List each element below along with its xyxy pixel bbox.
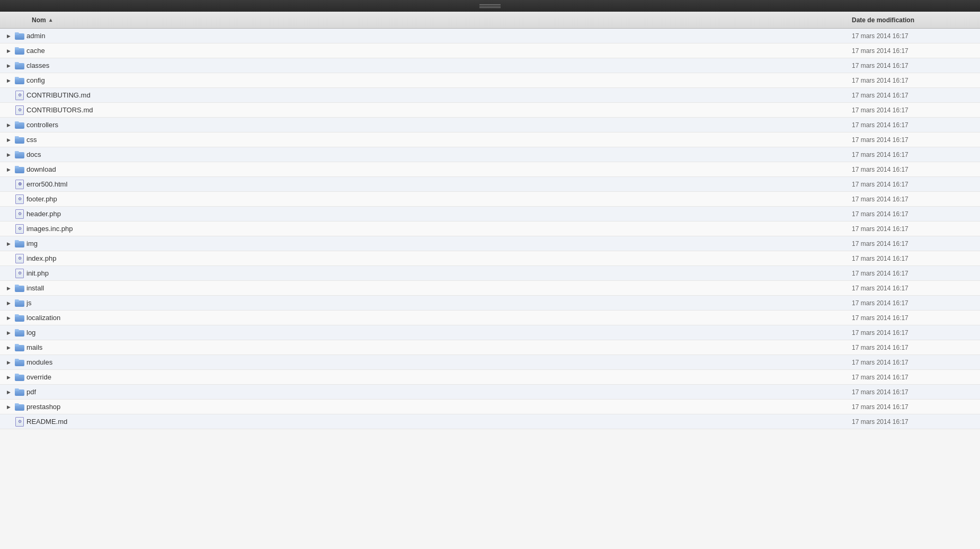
- expand-arrow[interactable]: ▶: [4, 136, 13, 144]
- file-date: 17 mars 2014 16:17: [848, 77, 980, 84]
- expand-arrow[interactable]: ▶: [4, 299, 13, 307]
- column-header: Nom ▲ Date de modification: [0, 12, 980, 29]
- expand-arrow[interactable]: ▶: [4, 403, 13, 411]
- folder-icon: [15, 76, 24, 85]
- file-date: 17 mars 2014 16:17: [848, 299, 980, 307]
- table-row[interactable]: ▶prestashop17 mars 2014 16:17: [0, 400, 980, 414]
- table-row[interactable]: ▶⚙images.inc.php17 mars 2014 16:17: [0, 222, 980, 236]
- md-icon: ⚙: [15, 417, 24, 427]
- folder-icon: [15, 284, 24, 293]
- file-date: 17 mars 2014 16:17: [848, 374, 980, 381]
- table-row[interactable]: ▶log17 mars 2014 16:17: [0, 325, 980, 340]
- expand-arrow[interactable]: ▶: [4, 388, 13, 396]
- table-row[interactable]: ▶download17 mars 2014 16:17: [0, 162, 980, 177]
- row-name-section: ▶modules: [0, 358, 848, 367]
- row-name-section: ▶⚙CONTRIBUTORS.md: [0, 105, 848, 115]
- table-row[interactable]: ▶⚙init.php17 mars 2014 16:17: [0, 266, 980, 281]
- file-date: 17 mars 2014 16:17: [848, 136, 980, 144]
- file-date: 17 mars 2014 16:17: [848, 196, 980, 203]
- row-name-section: ▶⚙images.inc.php: [0, 224, 848, 234]
- file-browser[interactable]: Nom ▲ Date de modification ▶admin17 mars…: [0, 12, 980, 549]
- table-row[interactable]: ▶⚙CONTRIBUTORS.md17 mars 2014 16:17: [0, 103, 980, 118]
- file-date: 17 mars 2014 16:17: [848, 92, 980, 99]
- expand-arrow[interactable]: ▶: [4, 358, 13, 367]
- html-icon: ⚙: [15, 180, 24, 189]
- table-row[interactable]: ▶img17 mars 2014 16:17: [0, 236, 980, 251]
- file-date: 17 mars 2014 16:17: [848, 62, 980, 69]
- file-name: cache: [26, 47, 45, 55]
- php-icon: ⚙: [15, 224, 24, 234]
- table-row[interactable]: ▶⚙CONTRIBUTING.md17 mars 2014 16:17: [0, 88, 980, 103]
- table-row[interactable]: ▶admin17 mars 2014 16:17: [0, 29, 980, 43]
- file-name: init.php: [26, 269, 49, 277]
- folder-icon: [15, 31, 24, 41]
- table-row[interactable]: ▶install17 mars 2014 16:17: [0, 281, 980, 296]
- file-name: install: [26, 284, 44, 292]
- expand-arrow[interactable]: ▶: [4, 314, 13, 322]
- table-row[interactable]: ▶⚙header.php17 mars 2014 16:17: [0, 207, 980, 222]
- table-row[interactable]: ▶⚙footer.php17 mars 2014 16:17: [0, 192, 980, 207]
- expand-arrow[interactable]: ▶: [4, 76, 13, 85]
- file-name: images.inc.php: [26, 225, 73, 233]
- folder-icon: [15, 239, 24, 249]
- table-row[interactable]: ▶⚙index.php17 mars 2014 16:17: [0, 251, 980, 266]
- row-name-section: ▶mails: [0, 343, 848, 352]
- expand-arrow[interactable]: ▶: [4, 165, 13, 174]
- file-name: CONTRIBUTORS.md: [26, 106, 93, 114]
- column-name-header[interactable]: Nom ▲: [0, 16, 848, 24]
- expand-arrow[interactable]: ▶: [4, 284, 13, 293]
- file-name: controllers: [26, 121, 58, 129]
- expand-arrow[interactable]: ▶: [4, 32, 13, 40]
- file-name: CONTRIBUTING.md: [26, 91, 91, 99]
- table-row[interactable]: ▶mails17 mars 2014 16:17: [0, 340, 980, 355]
- table-row[interactable]: ▶js17 mars 2014 16:17: [0, 296, 980, 311]
- php-icon: ⚙: [15, 209, 24, 219]
- table-row[interactable]: ▶modules17 mars 2014 16:17: [0, 355, 980, 370]
- expand-arrow[interactable]: ▶: [4, 240, 13, 248]
- file-date: 17 mars 2014 16:17: [848, 285, 980, 292]
- folder-icon: [15, 358, 24, 367]
- row-name-section: ▶install: [0, 284, 848, 293]
- file-name: js: [26, 299, 31, 307]
- row-name-section: ▶css: [0, 135, 848, 145]
- row-name-section: ▶override: [0, 373, 848, 382]
- folder-icon: [15, 387, 24, 397]
- table-row[interactable]: ▶pdf17 mars 2014 16:17: [0, 385, 980, 400]
- file-name: admin: [26, 32, 45, 40]
- folder-icon: [15, 313, 24, 323]
- file-date: 17 mars 2014 16:17: [848, 329, 980, 337]
- md-icon: ⚙: [15, 105, 24, 115]
- table-row[interactable]: ▶docs17 mars 2014 16:17: [0, 147, 980, 162]
- titlebar: [0, 0, 980, 12]
- file-name: README.md: [26, 418, 67, 426]
- expand-arrow[interactable]: ▶: [4, 61, 13, 70]
- expand-arrow[interactable]: ▶: [4, 343, 13, 352]
- file-date: 17 mars 2014 16:17: [848, 359, 980, 366]
- expand-arrow[interactable]: ▶: [4, 373, 13, 382]
- table-row[interactable]: ▶localization17 mars 2014 16:17: [0, 311, 980, 325]
- table-row[interactable]: ▶⚙error500.html17 mars 2014 16:17: [0, 177, 980, 192]
- table-row[interactable]: ▶override17 mars 2014 16:17: [0, 370, 980, 385]
- table-row[interactable]: ▶cache17 mars 2014 16:17: [0, 43, 980, 58]
- file-name: pdf: [26, 388, 36, 396]
- table-row[interactable]: ▶classes17 mars 2014 16:17: [0, 58, 980, 73]
- table-row[interactable]: ▶config17 mars 2014 16:17: [0, 73, 980, 88]
- file-list: ▶admin17 mars 2014 16:17▶cache17 mars 20…: [0, 29, 980, 429]
- file-date: 17 mars 2014 16:17: [848, 121, 980, 129]
- table-row[interactable]: ▶controllers17 mars 2014 16:17: [0, 118, 980, 132]
- expand-arrow[interactable]: ▶: [4, 329, 13, 337]
- row-name-section: ▶localization: [0, 313, 848, 323]
- sort-arrow: ▲: [48, 17, 54, 23]
- file-name: error500.html: [26, 180, 67, 188]
- table-row[interactable]: ▶⚙README.md17 mars 2014 16:17: [0, 414, 980, 429]
- file-name: prestashop: [26, 403, 60, 411]
- php-icon: ⚙: [15, 254, 24, 263]
- file-name: localization: [26, 314, 60, 322]
- expand-arrow[interactable]: ▶: [4, 47, 13, 55]
- file-name: download: [26, 165, 56, 173]
- table-row[interactable]: ▶css17 mars 2014 16:17: [0, 132, 980, 147]
- expand-arrow[interactable]: ▶: [4, 121, 13, 129]
- row-name-section: ▶img: [0, 239, 848, 249]
- expand-arrow[interactable]: ▶: [4, 150, 13, 159]
- column-date-header[interactable]: Date de modification: [848, 16, 980, 24]
